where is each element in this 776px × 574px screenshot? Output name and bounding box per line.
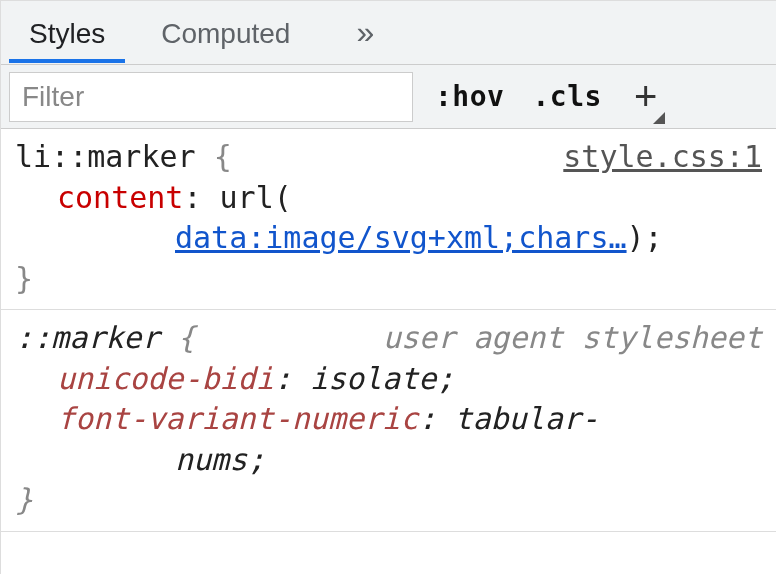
property-value-part2: nums [175, 442, 247, 477]
property-name: font-variant-numeric [57, 401, 418, 436]
cls-toggle[interactable]: .cls [518, 72, 615, 121]
hov-toggle[interactable]: :hov [421, 72, 518, 121]
tab-bar: Styles Computed » [1, 1, 776, 65]
tab-styles[interactable]: Styles [1, 4, 133, 62]
colon: : [183, 180, 201, 215]
rule-selector: ::marker [15, 320, 160, 355]
content-url-link[interactable]: data:image/svg+xml;chars… [175, 220, 627, 255]
style-rule-author: li::marker { style.css:1 content: url( d… [1, 129, 776, 310]
tab-computed[interactable]: Computed [133, 4, 318, 62]
url-head: url( [220, 180, 292, 215]
new-style-rule-button[interactable]: + [616, 72, 667, 121]
declaration-unicode-bidi: unicode-bidi: isolate; [15, 359, 762, 400]
url-tail: ); [627, 220, 663, 255]
property-name: unicode-bidi [57, 361, 274, 396]
colon: : [418, 401, 436, 436]
declaration-content[interactable]: content: url( [15, 178, 762, 219]
styles-toolbar: :hov .cls + [1, 65, 776, 129]
rule-source-ua: user agent stylesheet [383, 318, 762, 359]
property-value: isolate [310, 361, 436, 396]
tabs-overflow-button[interactable]: » [336, 6, 396, 59]
rule-source-link[interactable]: style.css:1 [563, 137, 762, 178]
filter-input[interactable] [9, 72, 413, 122]
style-rule-user-agent: ::marker { user agent stylesheet unicode… [1, 310, 776, 532]
brace-open: { [214, 139, 232, 174]
colon: : [274, 361, 292, 396]
semicolon: ; [247, 442, 265, 477]
brace-open: { [178, 320, 196, 355]
property-value-part1: tabular- [454, 401, 599, 436]
brace-close: } [15, 482, 33, 517]
semicolon: ; [436, 361, 454, 396]
brace-close: } [15, 261, 33, 296]
property-name: content [57, 180, 183, 215]
rule-selector[interactable]: li::marker [15, 139, 196, 174]
declaration-font-variant-numeric: font-variant-numeric: tabular- [15, 399, 762, 440]
dropdown-corner-icon [653, 112, 665, 124]
